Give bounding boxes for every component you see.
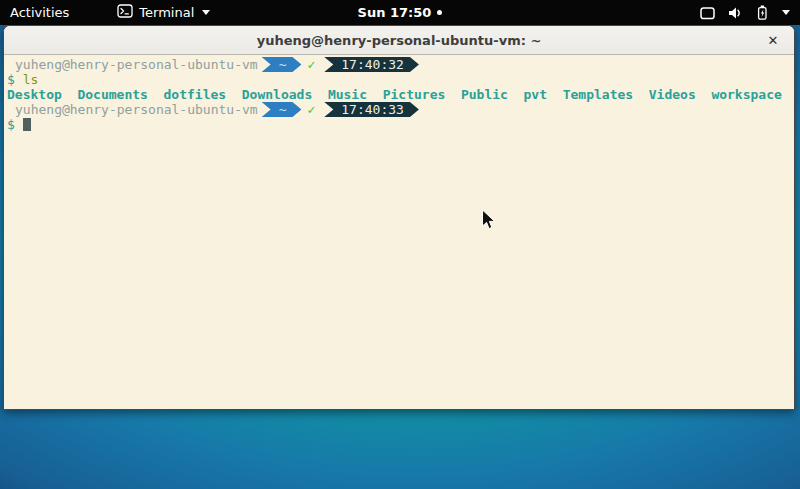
shell-prompt-symbol: $ (7, 72, 15, 87)
directory-entry: Desktop (7, 87, 62, 102)
close-button[interactable]: ✕ (764, 31, 782, 49)
chevron-down-icon (202, 10, 210, 15)
ls-output-line: Desktop Documents dotfiles Downloads Mus… (7, 87, 794, 102)
directory-entry: Pictures (383, 87, 446, 102)
prompt-line-2: yuheng@henry-personal-ubuntu-vm ~ ✓ 17:4… (7, 102, 794, 117)
system-tray[interactable] (699, 0, 800, 25)
powerline-path-segment: ~ (262, 57, 302, 72)
notification-dot-icon (437, 10, 442, 15)
command-line: $ ls (7, 72, 794, 87)
directory-entry: pvt (524, 87, 547, 102)
system-menu-chevron-icon (782, 10, 790, 15)
battery-charging-icon (754, 4, 770, 21)
prompt-user: yuheng@henry-personal-ubuntu-vm (15, 102, 258, 117)
directory-entry: Videos (649, 87, 696, 102)
powerline-time-segment: 17:40:32 (324, 57, 419, 72)
typed-command: ls (23, 72, 39, 87)
app-menu-terminal[interactable]: Terminal (107, 0, 220, 25)
volume-icon (727, 5, 743, 21)
directory-entry: Music (328, 87, 367, 102)
powerline-path-segment: ~ (262, 102, 302, 117)
status-check-icon: ✓ (307, 57, 315, 72)
terminal-cursor (23, 118, 31, 131)
directory-entry: Templates (563, 87, 633, 102)
prompt-user: yuheng@henry-personal-ubuntu-vm (15, 57, 258, 72)
directory-entry: dotfiles (164, 87, 227, 102)
activities-label: Activities (10, 5, 69, 20)
directory-entry: Documents (77, 87, 147, 102)
display-icon (699, 5, 716, 21)
shell-prompt-symbol: $ (7, 117, 15, 132)
input-line[interactable]: $ (7, 117, 794, 132)
terminal-window: yuheng@henry-personal-ubuntu-vm: ~ ✕ yuh… (3, 25, 795, 410)
window-title: yuheng@henry-personal-ubuntu-vm: ~ (257, 33, 542, 48)
terminal-content[interactable]: yuheng@henry-personal-ubuntu-vm ~ ✓ 17:4… (4, 55, 794, 409)
terminal-app-icon (117, 4, 133, 21)
titlebar[interactable]: yuheng@henry-personal-ubuntu-vm: ~ ✕ (4, 26, 794, 55)
directory-entry: Public (461, 87, 508, 102)
clock-label[interactable]: Sun 17:50 (358, 5, 432, 20)
status-check-icon: ✓ (307, 102, 315, 117)
directory-entry: Downloads (242, 87, 312, 102)
app-menu-label: Terminal (139, 5, 194, 20)
activities-button[interactable]: Activities (0, 0, 79, 25)
powerline-time-segment: 17:40:33 (324, 102, 419, 117)
directory-entry: workspace (711, 87, 781, 102)
prompt-line-1: yuheng@henry-personal-ubuntu-vm ~ ✓ 17:4… (7, 57, 794, 72)
top-bar: Activities Terminal Sun 17:50 (0, 0, 800, 25)
